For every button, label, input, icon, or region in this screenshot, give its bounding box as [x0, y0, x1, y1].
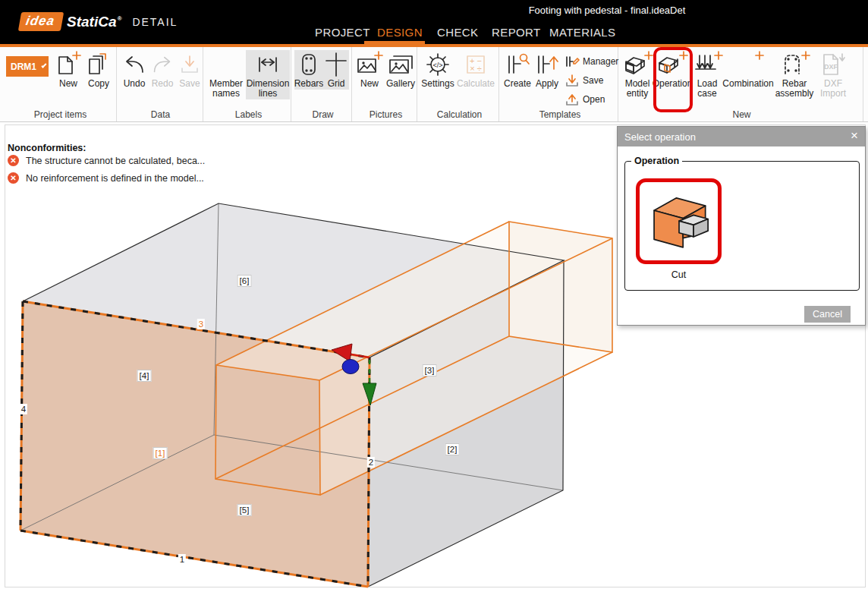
tab-design[interactable]: DESIGN [377, 26, 423, 39]
cut-operation-label: Cut [636, 269, 722, 280]
ribbon: DRM1 New Copy Project items [0, 47, 868, 122]
group-project-items: DRM1 New Copy Project items [5, 47, 117, 121]
new-combination-button[interactable]: Σ Combination [724, 50, 772, 90]
dialog-title: Select operation [624, 131, 696, 143]
redo-icon [149, 51, 176, 78]
select-operation-dialog: Select operation × Operation Cut [617, 126, 866, 326]
group-pictures: New Gallery Pictures [355, 47, 417, 121]
template-manager-icon [565, 55, 580, 68]
y-axis-blue-cone [342, 360, 359, 374]
group-calculation: </> Settings + − × ÷ Calculate Calculati… [420, 47, 499, 121]
grid-axes-icon [323, 51, 349, 78]
group-caption: Labels [206, 109, 291, 120]
statica-logo-text: StatiCa® [67, 14, 121, 30]
edge-label-3: 3 [197, 319, 205, 329]
rebars-toggle[interactable]: Rebars [294, 50, 323, 90]
nonconformity-item: ✕ No reinforcement is defined in the mod… [8, 172, 204, 184]
new-operation-button[interactable]: Operation [654, 50, 690, 90]
new-load-case-button[interactable]: Load case [690, 50, 724, 99]
face-label-4: [4] [137, 370, 152, 382]
new-project-item-button[interactable]: New [53, 50, 83, 90]
new-model-entity-button[interactable]: Model entity [621, 50, 654, 99]
dimension-arrows-icon [253, 51, 282, 78]
operation-groupbox: Operation Cut [624, 156, 860, 291]
group-new: Model entity Operation [621, 47, 863, 121]
edge-label-4: 4 [20, 404, 27, 414]
new-picture-button[interactable]: New [355, 50, 384, 90]
svg-text:Σ: Σ [735, 52, 750, 77]
edge-label-1: 1 [178, 554, 186, 565]
new-rebar-assembly-button[interactable]: Rebar assembly [772, 50, 816, 99]
rebar-stirrup-icon [295, 51, 322, 78]
error-icon: ✕ [8, 155, 19, 166]
tab-materials[interactable]: MATERIALS [549, 26, 616, 39]
gallery-button[interactable]: Gallery [384, 50, 417, 90]
calculate-button[interactable]: + − × ÷ Calculate [455, 50, 496, 90]
face-label-6: [6] [237, 275, 252, 287]
svg-text:DXF: DXF [824, 63, 838, 71]
app-logo: idea StatiCa® DETAIL [20, 12, 178, 31]
dialog-header[interactable]: Select operation × [618, 127, 865, 146]
group-draw: Rebars Grid Draw [294, 47, 352, 121]
new-document-icon [53, 51, 83, 78]
operation-cut-icon [655, 51, 690, 78]
template-open-button[interactable]: Open [565, 90, 618, 109]
tab-check[interactable]: CHECK [437, 26, 479, 39]
template-apply-button[interactable]: Apply [533, 50, 561, 90]
face-label-1: [1] [153, 447, 168, 459]
load-case-icon [690, 51, 724, 78]
group-templates: Create Apply Manager [502, 47, 618, 121]
template-create-button[interactable]: Create [502, 50, 533, 90]
titlebar: idea StatiCa® DETAIL Footing with pedest… [0, 0, 868, 44]
save-icon [176, 51, 203, 78]
gallery-icon [385, 51, 417, 78]
edge-label-2: 2 [367, 457, 375, 468]
drm1-dropdown[interactable]: DRM1 [6, 56, 49, 77]
face-label-5: [5] [237, 504, 252, 516]
document-title: Footing with pedestal - final.ideaDet [501, 5, 713, 16]
template-open-icon [565, 93, 580, 106]
nonconformity-item: ✕ The structure cannot be calculated, be… [8, 155, 205, 166]
face-label-3: [3] [423, 364, 437, 376]
grid-toggle[interactable]: Grid [323, 50, 349, 90]
cut-box-end-face[interactable] [509, 222, 612, 352]
tab-project[interactable]: PROJECT [315, 26, 370, 39]
operation-groupbox-label: Operation [631, 156, 682, 166]
template-save-icon [565, 74, 580, 87]
settings-button[interactable]: </> Settings [420, 50, 455, 90]
group-caption: Pictures [355, 109, 417, 120]
template-save-button[interactable]: Save [565, 71, 618, 90]
group-labels: A Member names Dimension lines Labels [206, 47, 291, 121]
template-manager-button[interactable]: Manager [565, 52, 618, 71]
group-caption: Templates [502, 109, 618, 120]
dimension-lines-toggle[interactable]: Dimension lines [246, 50, 290, 99]
close-icon[interactable]: × [851, 128, 858, 143]
save-button[interactable]: Save [176, 50, 203, 90]
template-create-icon [503, 51, 532, 78]
idea-statica-detail-window: idea StatiCa® DETAIL Footing with pedest… [0, 0, 868, 589]
letter-a-icon: A [212, 51, 240, 78]
cancel-button[interactable]: Cancel [804, 306, 851, 323]
calculate-icon: + − × ÷ [462, 51, 489, 78]
copy-project-item-button[interactable]: Copy [83, 50, 114, 90]
dxf-file-icon: DXF [818, 51, 848, 78]
group-caption: Data [118, 109, 203, 120]
dxf-import-button[interactable]: DXF DXF Import [816, 50, 850, 99]
idea-logo: idea [18, 12, 64, 31]
rebar-assembly-icon [777, 51, 812, 78]
group-caption: Project items [5, 109, 116, 120]
combination-sigma-icon: Σ [728, 51, 768, 78]
cut-operation-tile[interactable] [636, 178, 722, 264]
undo-icon [120, 51, 149, 78]
design-tab-underline [364, 41, 425, 47]
new-picture-icon [355, 51, 384, 78]
group-caption: New [621, 109, 863, 120]
member-names-toggle[interactable]: A Member names [206, 50, 246, 99]
svg-text:× ÷: × ÷ [470, 64, 482, 73]
group-caption: Calculation [420, 109, 498, 120]
redo-button[interactable]: Redo [149, 50, 176, 90]
tab-report[interactable]: REPORT [492, 26, 541, 39]
svg-text:A: A [219, 54, 234, 77]
face-label-2: [2] [445, 443, 460, 455]
undo-button[interactable]: Undo [120, 50, 149, 90]
